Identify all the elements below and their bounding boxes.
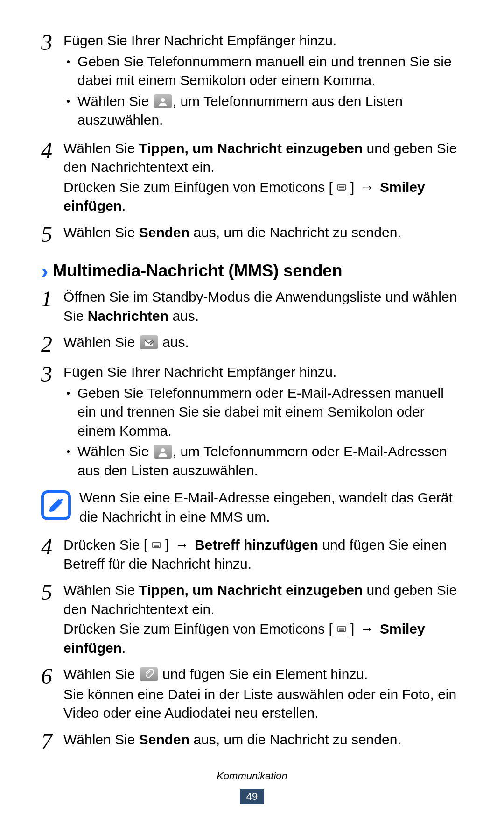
menu-icon	[148, 538, 164, 552]
manual-page: 3Fügen Sie Ihrer Nachricht Empfänger hin…	[0, 0, 504, 827]
step-number: 2	[41, 332, 63, 355]
step-number: 1	[41, 287, 63, 310]
step: 6Wählen Sie und fügen Sie ein Element hi…	[41, 664, 463, 723]
step-line: Drücken Sie zum Einfügen von Emoticons […	[63, 620, 463, 657]
step-number: 4	[41, 138, 63, 162]
bullet-dot: ●	[66, 52, 77, 66]
note-callout: Wenn Sie eine E-Mail-Adresse eingeben, w…	[41, 488, 463, 526]
compose-icon	[140, 335, 158, 349]
step-line: Wählen Sie Tippen, um Nachricht einzugeb…	[63, 581, 463, 619]
step: 3Fügen Sie Ihrer Nachricht Empfänger hin…	[41, 30, 463, 132]
note-text: Wenn Sie eine E-Mail-Adresse eingeben, w…	[79, 488, 463, 526]
bullet-item: ●Wählen Sie , um Telefonnummern aus den …	[66, 92, 463, 130]
step: 2Wählen Sie aus.	[41, 332, 463, 355]
step-line: Fügen Sie Ihrer Nachricht Empfänger hinz…	[63, 31, 463, 50]
chevron-icon: ›	[41, 260, 48, 282]
step-line: Wählen Sie Senden aus, um die Nachricht …	[63, 223, 463, 242]
step-line: Wählen Sie aus.	[63, 333, 463, 352]
step-line: Drücken Sie [] → Betreff hinzufügen und …	[63, 536, 463, 573]
bullet-dot: ●	[66, 92, 77, 106]
attach-icon	[140, 667, 158, 681]
step-number: 4	[41, 535, 63, 558]
step-line: Öffnen Sie im Standby-Modus die Anwendun…	[63, 288, 463, 325]
step-line: Wählen Sie und fügen Sie ein Element hin…	[63, 665, 463, 684]
step-number: 6	[41, 664, 63, 687]
step: 3Fügen Sie Ihrer Nachricht Empfänger hin…	[41, 362, 463, 482]
step: 7Wählen Sie Senden aus, um die Nachricht…	[41, 729, 463, 753]
contact-icon	[154, 445, 172, 459]
step: 4Wählen Sie Tippen, um Nachricht einzuge…	[41, 138, 463, 216]
step: 1Öffnen Sie im Standby-Modus die Anwendu…	[41, 287, 463, 325]
step: 5Wählen Sie Tippen, um Nachricht einzuge…	[41, 580, 463, 657]
bullet-item: ●Wählen Sie , um Telefonnummern oder E-M…	[66, 442, 463, 480]
note-icon	[41, 490, 71, 520]
step-line: Sie können eine Datei in der Liste auswä…	[63, 685, 463, 723]
step-line: Fügen Sie Ihrer Nachricht Empfänger hinz…	[63, 363, 463, 382]
menu-icon	[334, 622, 350, 636]
step-number: 7	[41, 729, 63, 753]
step-line: Drücken Sie zum Einfügen von Emoticons […	[63, 178, 463, 216]
page-footer: Kommunikation 49	[0, 769, 504, 805]
bullet-item: ●Geben Sie Telefonnummern manuell ein un…	[66, 52, 463, 90]
step: 4Drücken Sie [] → Betreff hinzufügen und…	[41, 535, 463, 573]
section-heading: › Multimedia-Nachricht (MMS) senden	[41, 260, 463, 283]
step-line: Wählen Sie Senden aus, um die Nachricht …	[63, 730, 463, 749]
step-number: 5	[41, 580, 63, 603]
step-number: 3	[41, 30, 63, 54]
step-number: 5	[41, 222, 63, 246]
step: 5Wählen Sie Senden aus, um die Nachricht…	[41, 222, 463, 246]
contact-icon	[154, 94, 172, 108]
bullet-item: ●Geben Sie Telefonnummern oder E-Mail-Ad…	[66, 384, 463, 441]
menu-icon	[334, 180, 350, 194]
step-number: 3	[41, 362, 63, 385]
bullet-dot: ●	[66, 384, 77, 397]
footer-section: Kommunikation	[0, 769, 504, 783]
section-title: Multimedia-Nachricht (MMS) senden	[53, 260, 342, 283]
page-number: 49	[240, 789, 264, 805]
bullet-dot: ●	[66, 442, 77, 456]
step-line: Wählen Sie Tippen, um Nachricht einzugeb…	[63, 139, 463, 177]
